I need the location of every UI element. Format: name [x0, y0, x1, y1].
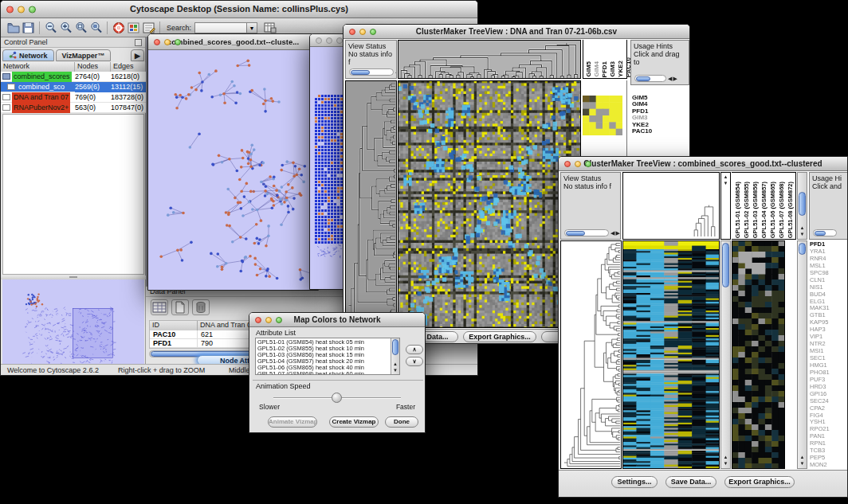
zoom-button[interactable] — [370, 29, 376, 35]
help-ring-icon[interactable] — [111, 21, 126, 35]
heatmap-vscrollbar[interactable]: ▲▼ — [720, 240, 731, 469]
array-label[interactable]: GPL51-07 (GSM868) — [778, 182, 785, 238]
network-table-header[interactable]: Edges — [111, 62, 146, 72]
tab-overflow-button[interactable]: ▶ — [131, 49, 144, 61]
document-icon — [2, 104, 10, 111]
array-label-scrollbar[interactable]: ▲▼ — [797, 172, 807, 240]
zoom-button[interactable] — [336, 37, 343, 44]
heatmap-canvas[interactable] — [398, 80, 581, 328]
zoom-button[interactable] — [29, 6, 36, 13]
edit-form-icon[interactable] — [141, 21, 156, 35]
array-label[interactable]: GIM5 — [585, 61, 592, 77]
zoom-button[interactable] — [585, 161, 591, 167]
tab-vizmapper-[interactable]: VizMapper™ — [56, 49, 112, 61]
main-titlebar[interactable]: Cytoscape Desktop (Session Name: collins… — [1, 1, 477, 18]
node-attributes-icon[interactable] — [126, 21, 141, 35]
slider-thumb[interactable] — [332, 393, 342, 403]
attribute-table-icon[interactable] — [151, 299, 168, 315]
attribute-item[interactable]: GPL51-07 (GSM868) heat shock 60 min — [257, 371, 389, 375]
array-label[interactable]: GPL51-01 (GSM854) — [734, 182, 741, 238]
network-table-row[interactable]: DNA and Tran 07769(0)183728(0) — [1, 92, 146, 103]
gene-label[interactable]: MON2 — [810, 462, 848, 469]
network-canvas[interactable] — [148, 50, 318, 290]
usage-hints-scrollbar[interactable] — [813, 229, 837, 237]
attribute-list-scrollbar[interactable]: ▲▼ — [391, 338, 399, 374]
gene-list-scrollbar[interactable]: ▲▼ — [797, 240, 807, 469]
gene-label-list: PFD1YRA1RNR4MSL1SPC98CLN1NIS1BUD4ELG1MAK… — [810, 241, 848, 469]
treeview2-titlebar[interactable]: ClusterMaker TreeView : combined_scores_… — [559, 157, 847, 171]
dialog-button-animate-vizmap[interactable]: Animate Vizmap — [268, 416, 317, 428]
treeview2-button-export-graphics[interactable]: Export Graphics... — [724, 476, 795, 488]
usage-hints-panel: Usage Hi Click and — [809, 172, 848, 240]
array-label[interactable]: PFD1 — [601, 61, 608, 77]
network-table-row[interactable]: combined_scores2764(0)16218(0) — [1, 72, 146, 82]
network-tree-area[interactable] — [2, 114, 144, 275]
array-label[interactable]: GPL51-02 (GSM855) — [743, 182, 750, 238]
gene-dendrogram-canvas[interactable] — [345, 80, 397, 328]
minimize-button[interactable] — [359, 29, 366, 35]
import-table-icon[interactable] — [262, 21, 277, 35]
array-label[interactable]: YKE2 — [617, 61, 624, 77]
animation-speed-slider[interactable] — [273, 397, 401, 399]
heatmap-canvas[interactable] — [622, 240, 720, 469]
treeview1-titlebar[interactable]: ClusterMaker TreeView : DNA and Tran 07-… — [344, 25, 689, 39]
tab-network[interactable]: Network — [2, 49, 54, 61]
array-label[interactable]: GPL51-08 (GSM872) — [787, 182, 794, 238]
zoom-selected-icon[interactable] — [88, 21, 104, 35]
network-table-header[interactable]: Network — [1, 62, 75, 72]
network-overview-canvas[interactable] — [2, 279, 144, 365]
gene-dendrogram-canvas[interactable] — [560, 240, 622, 469]
data-table-header[interactable]: ID — [150, 321, 198, 330]
close-button[interactable] — [564, 161, 571, 167]
search-dropdown-icon[interactable]: ▼ — [247, 22, 257, 33]
minimize-button[interactable] — [575, 161, 581, 167]
close-button[interactable] — [6, 6, 14, 13]
save-icon[interactable] — [21, 21, 36, 35]
minimize-button[interactable] — [18, 6, 25, 13]
view-status-scrollbar[interactable]: ◀▶ — [564, 229, 621, 237]
gene-label[interactable]: PAC10 — [632, 128, 688, 135]
zoom-button[interactable] — [175, 39, 181, 45]
minimize-button[interactable] — [326, 37, 332, 44]
network-view-titlebar[interactable]: combined_scores_good.txt--cluste... — [148, 34, 318, 50]
zoom-out-icon[interactable] — [43, 21, 58, 35]
close-button[interactable] — [349, 29, 355, 35]
network-table-row[interactable]: combined_sco2569(6)13112(15) — [1, 82, 146, 92]
selected-submatrix-canvas[interactable] — [583, 96, 622, 135]
dialog-button-create-vizmap[interactable]: Create Vizmap — [329, 416, 379, 428]
close-button[interactable] — [154, 39, 160, 45]
float-panel-icon[interactable] — [135, 39, 142, 46]
dialog-titlebar[interactable]: Map Colors to Network — [249, 313, 425, 327]
array-label[interactable]: GPL51-03 (GSM856) — [752, 182, 759, 238]
zoom-in-icon[interactable] — [58, 21, 73, 35]
zoomed-selection-canvas[interactable] — [732, 240, 785, 469]
array-dendrogram-canvas[interactable] — [622, 172, 720, 240]
zoom-button[interactable] — [276, 317, 282, 323]
network-table-row[interactable]: RNAPuberNov2+563(0)107847(0) — [1, 103, 146, 113]
treeview2-button-save-data[interactable]: Save Data... — [665, 476, 716, 488]
array-label[interactable]: GIM3 — [609, 61, 616, 77]
array-label[interactable]: GPL51-04 (GSM857) — [760, 182, 768, 238]
move-down-button[interactable]: ∨ — [406, 357, 423, 366]
usage-hints-scrollbar[interactable]: ◀▶ — [634, 74, 678, 83]
array-label[interactable]: GIM4 — [593, 61, 600, 77]
close-button[interactable] — [255, 317, 261, 323]
view-status-scrollbar[interactable]: ◀▶ — [349, 68, 397, 76]
dialog-button-done[interactable]: Done — [385, 416, 418, 428]
zoom-fit-icon[interactable] — [73, 21, 88, 35]
move-up-button[interactable]: ∧ — [406, 345, 423, 354]
treeview2-button-settings[interactable]: Settings... — [611, 476, 658, 488]
search-input[interactable] — [194, 22, 247, 33]
attribute-list[interactable]: GPL51-01 (GSM854) heat shock 05 minGPL51… — [255, 338, 400, 375]
array-label[interactable]: GPL51-06 (GSM865) — [769, 182, 776, 238]
delete-attribute-icon[interactable] — [192, 299, 210, 315]
minimize-button[interactable] — [265, 317, 272, 323]
close-button[interactable] — [316, 37, 322, 44]
array-dendrogram-canvas[interactable] — [398, 40, 581, 79]
new-attribute-icon[interactable] — [171, 299, 189, 315]
treeview1-button-export-graphics[interactable]: Export Graphics... — [463, 331, 536, 342]
network-table-header[interactable]: Nodes — [75, 62, 111, 72]
status-hint-zoom: Right-click + drag to ZOOM — [118, 366, 205, 374]
minimize-button[interactable] — [164, 39, 171, 45]
open-folder-icon[interactable] — [6, 21, 21, 35]
